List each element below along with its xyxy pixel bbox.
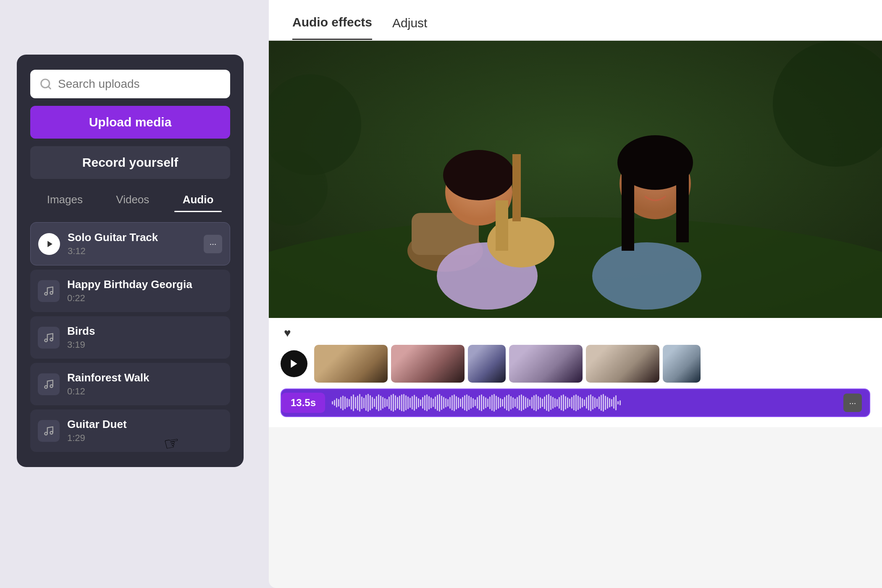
waveform-bar xyxy=(449,397,451,409)
waveform-bar xyxy=(397,397,398,409)
waveform-bar xyxy=(603,394,604,412)
waveform-bar xyxy=(605,396,606,410)
waveform-bar xyxy=(424,395,425,410)
audio-duration-rainforest-walk: 0:12 xyxy=(67,386,223,397)
audio-info-guitar-duet: Guitar Duet 1:29 xyxy=(67,418,223,444)
record-yourself-button[interactable]: Record yourself xyxy=(30,146,230,179)
waveform-bar xyxy=(430,397,432,408)
audio-duration-guitar-duet: 1:29 xyxy=(67,433,223,444)
waveform-bar xyxy=(437,395,438,411)
film-frame-1 xyxy=(314,345,388,383)
video-preview xyxy=(269,41,882,318)
audio-item-birds[interactable]: Birds 3:19 xyxy=(30,316,230,359)
waveform-bar xyxy=(588,395,589,410)
audio-title-rainforest-walk: Rainforest Walk xyxy=(67,371,223,384)
svg-point-20 xyxy=(443,150,514,200)
svg-point-9 xyxy=(45,432,47,435)
video-frame xyxy=(269,41,882,318)
audio-item-happy-birthday[interactable]: Happy Birthday Georgia 0:22 xyxy=(30,270,230,312)
search-bar[interactable] xyxy=(30,70,230,98)
waveform-bar xyxy=(573,395,575,410)
svg-point-3 xyxy=(45,292,47,295)
audio-info-rainforest-walk: Rainforest Walk 0:12 xyxy=(67,371,223,397)
tab-videos[interactable]: Videos xyxy=(108,189,158,210)
film-frame-3 xyxy=(468,345,506,383)
waveform-bar xyxy=(353,394,354,411)
waveform-bar xyxy=(483,396,484,410)
tab-audio[interactable]: Audio xyxy=(174,189,222,210)
waveform-bar xyxy=(388,396,390,409)
waveform-bar xyxy=(382,397,383,409)
audio-item-guitar-duet[interactable]: Guitar Duet 1:29 xyxy=(30,410,230,452)
tab-audio-effects[interactable]: Audio effects xyxy=(292,15,372,40)
svg-point-4 xyxy=(50,291,53,294)
tab-images[interactable]: Images xyxy=(39,189,91,210)
waveform-bar xyxy=(514,399,516,407)
waveform-bar xyxy=(359,394,360,412)
waveform-bar xyxy=(349,399,350,407)
waveform-bar xyxy=(533,395,535,410)
waveform-bar xyxy=(412,396,413,410)
waveform-bar xyxy=(517,397,518,409)
waveform-bar xyxy=(479,395,480,410)
waveform-bar xyxy=(361,396,362,409)
waveform-bar xyxy=(407,396,409,409)
search-input[interactable] xyxy=(58,77,221,91)
waveform-bar xyxy=(454,394,455,411)
audio-title-happy-birthday: Happy Birthday Georgia xyxy=(67,278,223,291)
svg-rect-27 xyxy=(622,167,634,251)
waveform-bar xyxy=(441,396,442,410)
upload-media-button[interactable]: Upload media xyxy=(30,106,230,139)
music-icon-guitar-duet xyxy=(38,420,60,442)
waveform-bar xyxy=(447,399,449,407)
waveform-bar xyxy=(540,397,541,408)
waveform-bar xyxy=(464,395,465,410)
svg-line-1 xyxy=(48,87,50,89)
waveform-bar xyxy=(536,394,537,411)
waveform-bar xyxy=(552,397,554,409)
waveform-bar xyxy=(351,396,352,410)
waveform-bar xyxy=(538,396,539,410)
waveform-bar xyxy=(458,397,459,408)
waveform-bar xyxy=(391,395,392,411)
waveform-bar xyxy=(548,394,549,412)
waveform-bar xyxy=(355,397,356,409)
waveform-bar xyxy=(395,395,396,410)
waveform-bar xyxy=(365,395,367,411)
waveform-bar xyxy=(590,394,591,411)
waveform-bar xyxy=(338,399,339,407)
waveform-bar xyxy=(475,399,476,406)
waveform-bar xyxy=(563,394,564,411)
timeline-play-button[interactable] xyxy=(281,350,307,377)
timeline-section: ♥ 13.5s xyxy=(269,318,882,427)
waveform-bar xyxy=(378,394,379,411)
waveform-bar xyxy=(344,396,346,409)
waveform-bar xyxy=(418,398,419,407)
waveform-bar xyxy=(466,394,467,411)
audio-item-solo-guitar[interactable]: Solo Guitar Track 3:12 ··· xyxy=(30,222,230,265)
more-options-solo-guitar[interactable]: ··· xyxy=(204,235,222,253)
svg-point-5 xyxy=(45,339,47,342)
waveform-bar xyxy=(416,396,417,409)
waveform-bar xyxy=(422,397,423,409)
waveform-bar xyxy=(580,397,581,409)
tab-adjust[interactable]: Adjust xyxy=(392,16,427,39)
audio-item-rainforest-walk[interactable]: Rainforest Walk 0:12 xyxy=(30,363,230,405)
waveform-bar xyxy=(374,399,375,407)
waveform-bar xyxy=(544,396,545,409)
play-button-solo-guitar[interactable] xyxy=(38,233,60,255)
film-frame-4 xyxy=(509,345,583,383)
waveform-bar xyxy=(481,394,482,411)
waveform-bar xyxy=(607,397,608,409)
waveform-bar xyxy=(494,394,495,412)
waveform-bar xyxy=(620,400,621,405)
waveform-bar xyxy=(613,397,614,409)
waveform-bar xyxy=(380,396,381,410)
audio-waveform-bar[interactable]: 13.5s ··· xyxy=(281,388,870,417)
waveform-bar xyxy=(340,397,341,409)
more-options-timeline[interactable]: ··· xyxy=(843,394,862,412)
waveform-bar xyxy=(567,397,568,408)
top-tabs: Audio effects Adjust xyxy=(269,0,882,41)
waveform-bar xyxy=(527,398,528,407)
waveform-bar xyxy=(334,400,335,406)
